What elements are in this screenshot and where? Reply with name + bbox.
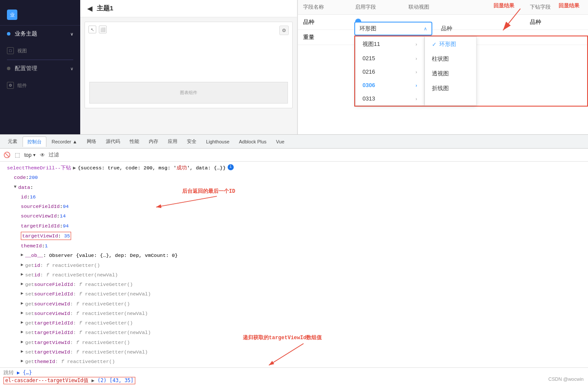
line-data: ▼data:	[0, 183, 588, 192]
top-label: top	[24, 152, 32, 158]
component-icon: ⚙	[7, 82, 14, 89]
back-button[interactable]: ◀	[87, 4, 92, 13]
view0313-label: 0313	[363, 95, 375, 102]
line-ob: ▶__ob__: Observer {value: {…}, dep: Dep,…	[0, 251, 588, 260]
cascade-item-0216[interactable]: 0216 ›	[356, 65, 424, 78]
result-arrow: ▶	[91, 377, 98, 383]
cascade-item-0215[interactable]: 0215 ›	[356, 52, 424, 65]
clear-console-icon[interactable]: 🚫	[3, 152, 10, 159]
cascade-col-chart-types: ✓ 环形图 柱状图 透视图 折线图	[425, 36, 477, 106]
view-select[interactable]: 环形图 ∧	[354, 22, 432, 36]
annotation-recall-label: 回显结果	[493, 2, 514, 10]
select-icon[interactable]: ⬜	[99, 26, 107, 33]
sidebar-item-themes[interactable]: 业务主题 ∨	[0, 26, 80, 42]
line-set-source-field: ▶set sourceFieldId: f reactiveSetter(new…	[0, 289, 588, 299]
jump-line: 跳转 ▶ {…}	[3, 370, 585, 376]
line-source-field-id: sourceFieldId: 94	[0, 202, 588, 211]
col-field-name: 字段名称	[303, 3, 355, 11]
chevron-right-icon: ›	[415, 42, 417, 47]
drill-field-select[interactable]: 品种	[441, 25, 452, 32]
main-title: 主题1	[97, 4, 113, 13]
col-enable: 启用字段	[355, 3, 408, 11]
devtools-toolbar: 🚫 ⬚ top ▼ 👁 过滤	[0, 149, 588, 162]
cascade-dropdown: 环形图 ∧ 品种 视图11 › 0215 ›	[298, 22, 588, 107]
sidebar-view-item[interactable]: □ 视图	[7, 45, 73, 56]
chevron-right-icon: ›	[415, 69, 417, 75]
settings-icons: ⚙	[279, 26, 289, 35]
filter-label: 过滤	[49, 151, 59, 159]
info-badge[interactable]: i	[228, 164, 234, 170]
chart-type-perspective[interactable]: 透视图	[425, 66, 476, 81]
sidebar-item-config[interactable]: 配置管理 ∨	[0, 60, 80, 77]
tab-memory[interactable]: 内存	[144, 136, 163, 146]
tab-application[interactable]: 应用	[163, 136, 182, 146]
view0216-label: 0216	[363, 68, 375, 75]
inspect-icon[interactable]: ⬚	[14, 152, 21, 159]
line-get-source-view: ▶get sourceViewId: f reactiveGetter()	[0, 299, 588, 309]
chevron-right-icon: ›	[415, 96, 417, 101]
chart-type-bar[interactable]: 柱状图	[425, 52, 476, 66]
tab-vue[interactable]: Vue	[272, 137, 289, 146]
jump-value[interactable]: ▶ {…}	[17, 370, 32, 376]
sidebar-config-label: 配置管理	[15, 65, 37, 72]
line-code: code: 200	[0, 173, 588, 182]
line-theme-id: themeId: 1	[0, 241, 588, 251]
tab-elements[interactable]: 元素	[3, 136, 22, 146]
entry-separator: ▶	[73, 164, 76, 172]
view0306-label: 0306	[363, 82, 375, 88]
tab-network[interactable]: 网络	[82, 136, 101, 146]
table-header: 字段名称 启用字段 联动视图 下钻字段	[298, 0, 588, 15]
line-source-view-id: sourceViewId: 14	[0, 211, 588, 221]
view11-label: 视图11	[363, 40, 380, 48]
component-label: 组件	[17, 82, 27, 89]
line-get-source-field: ▶get sourceFieldId: f reactiveGetter()	[0, 280, 588, 289]
target-view-id-highlight: targetViewId: 35	[21, 232, 71, 240]
tab-security[interactable]: 安全	[183, 136, 201, 146]
cursor-icon[interactable]: ↖	[88, 26, 96, 33]
console-output: selectThemeDrill--下钻 ▶ {success: true, c…	[0, 162, 588, 367]
main-content: ◀ 主题1 ↖ ⬜ ⚙ 图表组件	[80, 0, 297, 134]
cascade-item-0313[interactable]: 0313 ›	[356, 92, 424, 105]
tab-lighthouse[interactable]: Lighthouse	[202, 137, 234, 146]
line-get-theme: ▶get themeId: f reactiveGetter()	[0, 357, 588, 367]
result-line: el-cascader---targetViewId值 ▶ (2) [43, 3…	[3, 377, 135, 384]
sidebar: 业 业务主题 ∨ □ 视图 配置管理 ∨ ⚙ 组件	[0, 0, 80, 134]
chevron-up-icon: ∧	[424, 26, 427, 32]
annotation-recall: 回显结果	[559, 2, 579, 10]
line-get-target-field: ▶get targetFieldId: f reactiveGetter()	[0, 318, 588, 328]
line-set-target-field: ▶set targetFieldId: f reactiveSetter(new…	[0, 328, 588, 337]
tab-performance[interactable]: 性能	[125, 136, 144, 146]
chart-type-ring[interactable]: ✓ 环形图	[425, 37, 476, 52]
line-get-target-view: ▶get targetViewId: f reactiveGetter()	[0, 338, 588, 347]
selected-view-label: 环形图	[359, 25, 376, 32]
line-chart-label: 折线图	[432, 85, 449, 91]
line-target-view-id: targetViewId: 35	[0, 231, 588, 241]
toolbar-icons: ↖ ⬜	[88, 26, 107, 33]
logo-icon: 业	[7, 10, 17, 20]
cascade-item-view11[interactable]: 视图11 ›	[356, 37, 424, 52]
chart-type-line[interactable]: 折线图	[425, 81, 476, 96]
entry-label: selectThemeDrill--下钻	[7, 164, 71, 172]
settings-icon[interactable]: ⚙	[279, 26, 289, 35]
tab-adblock[interactable]: Adblock Plus	[235, 137, 271, 146]
devtools-panel: 元素 控制台 Recorder ▲ 网络 源代码 性能 内存 应用 安全 Lig…	[0, 134, 588, 386]
console-entry-line: selectThemeDrill--下钻 ▶ {success: true, c…	[0, 163, 588, 173]
bar-chart-label: 柱状图	[432, 55, 449, 62]
line-target-field-id: targetFieldId: 94	[0, 221, 588, 231]
eye-icon[interactable]: 👁	[40, 152, 45, 158]
tab-console[interactable]: 控制台	[23, 136, 46, 147]
cascade-panel-wrapper: 视图11 › 0215 › 0216 › 0306 ›	[354, 36, 588, 107]
line-set-target-view: ▶set targetViewId: f reactiveSetter(newV…	[0, 347, 588, 357]
sidebar-component-item[interactable]: ⚙ 组件	[7, 80, 73, 91]
view-label: 视图	[17, 48, 27, 54]
context-selector[interactable]: top ▼	[24, 152, 36, 158]
tab-recorder[interactable]: Recorder ▲	[47, 137, 82, 146]
tab-sources[interactable]: 源代码	[101, 136, 124, 146]
view-icon: □	[7, 47, 14, 54]
canvas-area: ↖ ⬜ ⚙ 图表组件	[85, 22, 293, 108]
sidebar-view-section: □ 视图	[0, 42, 80, 59]
cascade-item-0306[interactable]: 0306 ›	[356, 78, 424, 92]
perspective-chart-label: 透视图	[432, 70, 449, 77]
entry-value: {success: true, code: 200, msg: '成功', da…	[78, 164, 225, 172]
main-header: ◀ 主题1	[80, 0, 297, 17]
